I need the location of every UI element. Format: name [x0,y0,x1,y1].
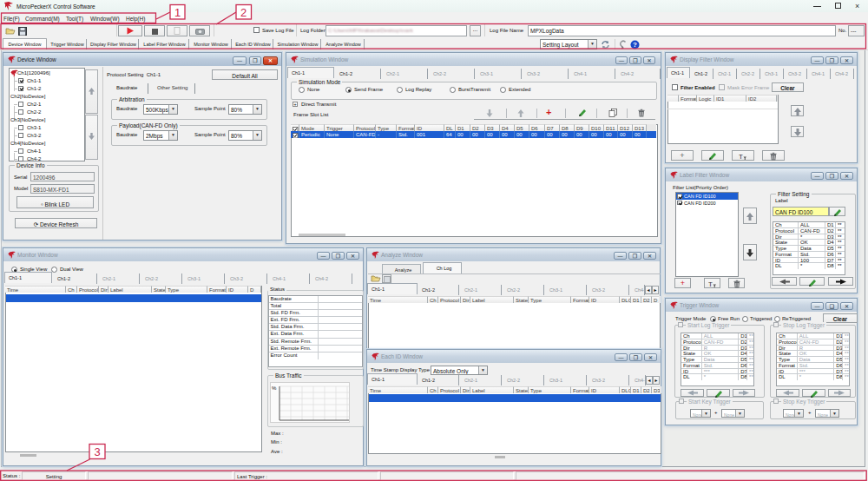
svg-text:%: % [272,385,277,391]
svg-text:?: ? [633,41,637,49]
